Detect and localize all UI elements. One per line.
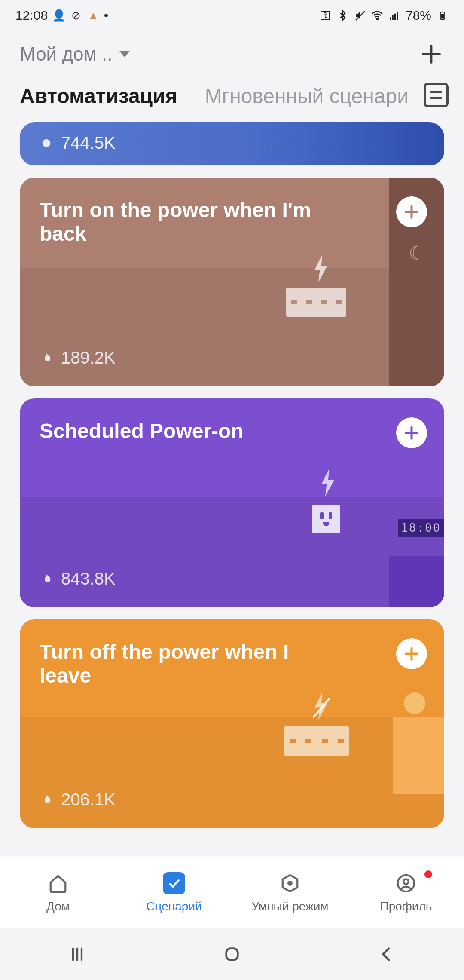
vpn-icon: ⚿ [320, 9, 332, 21]
nav-label: Умный режим [251, 900, 328, 913]
back-button[interactable] [378, 946, 395, 963]
card-title: Turn off the power when I leave [40, 640, 340, 687]
card-stat-value: 744.5K [61, 133, 116, 153]
bottom-nav: Дом Сценарий Умный режим Профиль [0, 856, 464, 928]
svg-point-11 [43, 139, 51, 147]
outlet-icon [312, 505, 340, 533]
home-button[interactable] [223, 946, 241, 963]
automation-card-power-on-home[interactable]: ☾ Turn on the power when I'm back 189.2K [20, 178, 444, 386]
flame-icon [40, 572, 53, 586]
tab-instant-scenario[interactable]: Мгновенный сценари [205, 84, 409, 108]
flame-icon [40, 136, 53, 150]
tab-list-icon[interactable] [424, 83, 449, 107]
svg-rect-8 [442, 12, 443, 12]
tab-automation[interactable]: Автоматизация [20, 84, 177, 108]
card-add-button[interactable] [396, 417, 427, 448]
card-stat-value: 843.8K [61, 569, 116, 588]
outlet-icon [284, 726, 349, 756]
hexagon-icon [279, 872, 301, 894]
svg-rect-5 [397, 12, 398, 20]
signal-icon [388, 9, 400, 21]
mute-icon [354, 9, 366, 21]
sun-icon [404, 692, 425, 714]
profile-icon [395, 872, 417, 894]
nav-label: Профиль [380, 900, 432, 913]
nav-smart-mode[interactable]: Умный режим [232, 872, 348, 913]
nav-home[interactable]: Дом [0, 872, 116, 913]
bolt-icon [319, 469, 338, 496]
status-app-icon-2: ▲ [87, 9, 99, 21]
nav-label: Дом [46, 900, 70, 913]
home-icon [47, 872, 69, 894]
status-more-dot [104, 14, 108, 17]
svg-rect-25 [226, 949, 238, 960]
card-title: Turn on the power when I'm back [40, 198, 340, 245]
moon-icon: ☾ [409, 242, 425, 264]
flame-icon [40, 351, 53, 365]
status-app-icon-1: 👤 [53, 9, 65, 21]
svg-rect-3 [392, 15, 394, 20]
bluetooth-icon [337, 9, 349, 21]
home-label: Мой дом .. [20, 43, 113, 65]
svg-point-21 [403, 879, 409, 884]
wifi-icon [371, 9, 383, 21]
svg-rect-7 [441, 14, 444, 19]
clock-label: 18:00 [398, 519, 444, 537]
add-button[interactable] [418, 41, 444, 67]
scenario-icon [163, 872, 185, 894]
nav-label: Сценарий [146, 900, 201, 913]
svg-point-19 [288, 882, 292, 885]
status-bar: 12:08 👤 ⊘ ▲ ⚿ 78% [0, 0, 464, 31]
battery-icon [437, 9, 449, 21]
flame-icon [40, 793, 53, 807]
svg-rect-4 [394, 14, 396, 20]
card-add-button[interactable] [396, 638, 427, 669]
card-stat-value: 189.2K [61, 348, 116, 368]
notification-badge [424, 870, 432, 878]
card-title: Scheduled Power-on [40, 419, 340, 443]
home-selector[interactable]: Мой дом .. [20, 43, 130, 65]
card-stat-value: 206.1K [61, 790, 116, 809]
svg-point-1 [376, 18, 378, 20]
automation-card-scheduled[interactable]: 18:00 Scheduled Power-on 843.8K [20, 398, 444, 607]
tab-bar: Автоматизация Мгновенный сценари [0, 84, 464, 122]
status-time: 12:08 [15, 8, 48, 23]
recents-button[interactable] [69, 946, 86, 963]
nav-scenario[interactable]: Сценарий [116, 872, 232, 913]
content-scroll[interactable]: 744.5K ☾ Turn on the power when I'm back… [0, 122, 464, 856]
outlet-icon [286, 288, 346, 317]
battery-text: 78% [406, 8, 431, 23]
automation-card-partial[interactable]: 744.5K [20, 122, 444, 165]
card-add-button[interactable] [396, 196, 427, 227]
chevron-down-icon [119, 51, 130, 57]
bolt-icon [312, 255, 331, 282]
svg-rect-2 [390, 17, 391, 20]
android-nav-bar [0, 928, 464, 980]
nav-profile[interactable]: Профиль [348, 872, 464, 913]
automation-card-power-off-leave[interactable]: Turn off the power when I leave 206.1K [20, 619, 444, 828]
status-dnd-icon: ⊘ [70, 9, 82, 21]
app-header: Мой дом .. [0, 31, 464, 84]
